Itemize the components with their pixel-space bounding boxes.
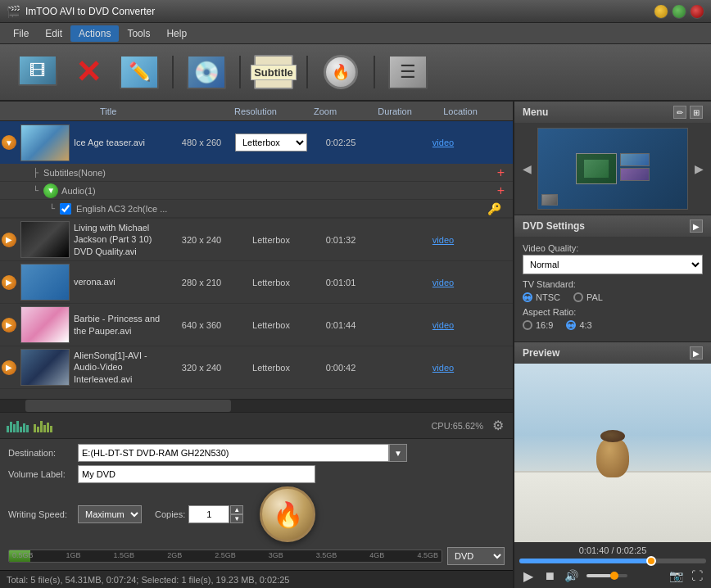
volume-label-input[interactable] (78, 465, 315, 483)
preview-expand-icon[interactable]: ▶ (690, 346, 703, 360)
dvd-settings-header: DVD Settings ▶ (514, 215, 711, 237)
destination-dropdown-button[interactable]: ▼ (389, 444, 407, 462)
circle-icon-orange: ▼ (2, 135, 16, 150)
play-button[interactable]: ▶ (519, 567, 537, 585)
table-row[interactable]: ▶ Barbie - Princess and the Pauper.avi 6… (0, 304, 513, 346)
file-title: AlienSong[1]-AVI - Audio-Video Interleav… (72, 348, 169, 387)
preview-video (514, 364, 711, 542)
copies-up-button[interactable]: ▲ (230, 505, 243, 514)
file-thumbnail (20, 221, 70, 258)
file-duration: 0:02:25 (308, 138, 374, 147)
slider-thumb[interactable] (646, 556, 656, 566)
snapshot-button[interactable]: 📷 (667, 567, 685, 585)
menu-tools[interactable]: Tools (119, 25, 158, 42)
horizontal-scrollbar[interactable] (0, 399, 513, 412)
subtitle-button[interactable]: Subtitle (252, 51, 295, 93)
col-header-zoom: Zoom (288, 106, 362, 116)
copies-input[interactable] (188, 505, 229, 523)
file-location[interactable]: video (374, 138, 513, 147)
status-bar: CPU:65.62% ⚙ (0, 412, 513, 438)
pal-radio[interactable]: PAL (573, 292, 603, 302)
fullscreen-button[interactable]: ⛶ (688, 567, 706, 585)
cpu-status: CPU:65.62% (431, 421, 483, 431)
wave-bar (7, 426, 9, 432)
file-zoom[interactable]: Letterbox Pan & Scan Full (234, 133, 308, 152)
minimize-button[interactable] (654, 4, 668, 19)
menu-prev-button[interactable]: ◀ (519, 162, 534, 175)
file-location[interactable]: video (374, 320, 513, 330)
add-file-button[interactable]: 🎞 (16, 51, 59, 93)
wave-indicator (7, 419, 52, 432)
wave-bar (23, 423, 25, 432)
menu-file[interactable]: File (5, 25, 37, 42)
slider-track[interactable] (519, 559, 706, 563)
menu-help[interactable]: Help (158, 25, 195, 42)
wave-bar (16, 421, 19, 432)
file-zoom: Letterbox (234, 235, 308, 245)
edit-task-button[interactable]: ✏️ (118, 51, 161, 93)
bottom-bar: Destination: ▼ Volume Label: Writing Spe… (0, 438, 513, 570)
file-thumbnail (20, 349, 70, 386)
file-resolution: 320 x 240 (169, 363, 234, 373)
volume-thumb[interactable] (610, 572, 618, 580)
table-row[interactable]: ▼ Ice Age teaser.avi 480 x 260 Letterbox… (0, 121, 513, 219)
format-select[interactable]: DVD DVD-9 VCD SVCD (447, 547, 505, 565)
file-title: Living with Michael Jackson (Part 3 10) … (72, 220, 169, 259)
menu-next-button[interactable]: ▶ (691, 162, 706, 175)
toolbar-separator-4 (374, 56, 375, 88)
audio-expand-icon[interactable]: ▼ (43, 183, 58, 198)
file-location[interactable]: video (374, 363, 513, 373)
table-row[interactable]: ▶ AlienSong[1]-AVI - Audio-Video Interle… (0, 346, 513, 389)
col-header-title: Title (75, 106, 223, 116)
file-duration: 0:01:44 (308, 320, 374, 330)
file-location[interactable]: video (374, 235, 513, 245)
file-list: Title Resolution Zoom Duration Location … (0, 102, 513, 399)
volume-slider[interactable] (586, 574, 627, 577)
dvd-settings-expand-icon[interactable]: ▶ (690, 219, 703, 233)
playlist-button[interactable]: ☰ (387, 51, 429, 93)
ar-4-3-radio[interactable]: 4:3 (566, 320, 591, 330)
remove-button[interactable]: ✕ (67, 51, 110, 93)
maximize-button[interactable] (672, 4, 686, 19)
preview-progress-slider[interactable] (519, 559, 706, 563)
file-location[interactable]: video (374, 278, 513, 287)
zoom-select[interactable]: Letterbox Pan & Scan Full (235, 133, 307, 152)
volume-label-label: Volume Label: (8, 469, 78, 479)
destination-input[interactable] (78, 444, 389, 462)
copies-down-button[interactable]: ▼ (230, 514, 243, 523)
table-row[interactable]: ▶ Living with Michael Jackson (Part 3 10… (0, 219, 513, 261)
convert-toolbar-button[interactable]: 🔥 (319, 51, 362, 93)
right-panel: Menu ✏ ⊞ ◀ (514, 102, 711, 588)
writing-speed-select[interactable]: Maximum 8x 4x 2x (78, 505, 142, 523)
subtitles-add-button[interactable]: + (497, 165, 505, 180)
writing-speed-row: Writing Speed: Maximum 8x 4x 2x Copies: … (8, 486, 505, 542)
pal-label: PAL (586, 292, 603, 302)
menu-edit-icon[interactable]: ✏ (673, 106, 686, 119)
audio-track-checkbox[interactable] (60, 203, 71, 215)
convert-main-button[interactable]: 🔥 (260, 486, 315, 542)
col-header-duration: Duration (362, 106, 428, 116)
file-duration: 0:01:01 (308, 278, 374, 287)
ntsc-label: NTSC (536, 292, 560, 302)
menu-edit[interactable]: Edit (37, 25, 70, 42)
file-thumbnail (20, 306, 70, 343)
menu-preview-area: ◀ ▶ (514, 123, 711, 215)
toolbar-separator-3 (306, 56, 308, 88)
ntsc-radio[interactable]: NTSC (523, 292, 560, 302)
row-collapse-icon[interactable]: ▼ (0, 135, 18, 150)
add-dvd-button[interactable]: 💿 (185, 51, 228, 93)
menu-actions[interactable]: Actions (70, 25, 119, 42)
table-row[interactable]: ▶ verona.avi 280 x 210 Letterbox 0:01:01… (0, 261, 513, 304)
progress-fill (9, 550, 30, 562)
menu-expand-icon[interactable]: ⊞ (690, 106, 703, 119)
stop-button[interactable]: ⏹ (541, 567, 559, 585)
volume-icon[interactable]: 🔊 (562, 567, 580, 585)
ar-16-9-radio[interactable]: 16:9 (523, 320, 553, 330)
preview-section: Preview ▶ 0:01:40 / 0: (514, 342, 711, 588)
row-icon: ▶ (0, 360, 18, 375)
close-button[interactable] (690, 4, 704, 19)
settings-icon[interactable]: ⚙ (490, 418, 506, 434)
video-quality-select[interactable]: Normal High Low Custom (523, 255, 703, 274)
wave-bar-2 (37, 427, 39, 432)
audio-add-button[interactable]: + (497, 183, 505, 198)
